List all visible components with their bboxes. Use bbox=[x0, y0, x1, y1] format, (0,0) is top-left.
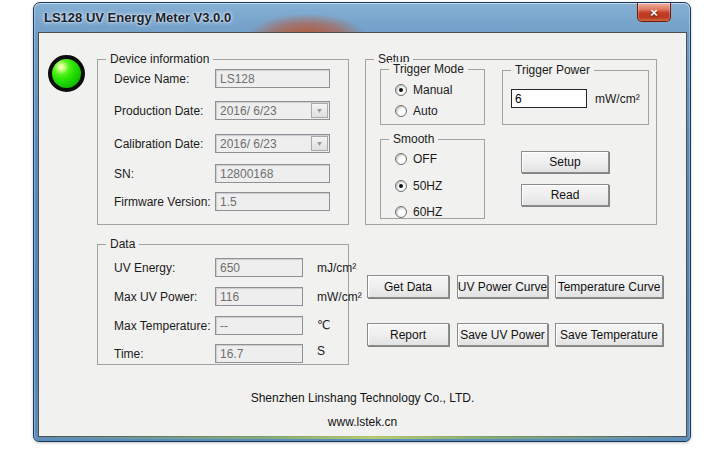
max-uv-power-unit: mW/cm² bbox=[317, 290, 362, 304]
device-name-label: Device Name: bbox=[114, 72, 189, 86]
time-field: 16.7 bbox=[215, 344, 303, 363]
calibration-date-label: Calibration Date: bbox=[114, 137, 203, 151]
radio-circle bbox=[395, 206, 407, 218]
radio-circle bbox=[395, 105, 407, 117]
production-date-label: Production Date: bbox=[114, 104, 203, 118]
uv-energy-unit: mJ/cm² bbox=[317, 261, 356, 275]
close-button[interactable]: × bbox=[637, 3, 671, 22]
radio-circle bbox=[395, 180, 407, 192]
device-name-field: LS128 bbox=[215, 69, 330, 88]
save-uv-power-button[interactable]: Save UV Power bbox=[457, 323, 548, 346]
smooth-group-title: Smooth bbox=[389, 132, 438, 146]
company-name: Shenzhen Linshang Technology Co., LTD. bbox=[39, 391, 686, 405]
window-title: LS128 UV Energy Meter V3.0.0 bbox=[44, 3, 231, 32]
max-uv-power-field: 116 bbox=[215, 287, 303, 306]
production-date-combo: 2016/ 6/23 ▼ bbox=[215, 101, 330, 120]
uv-power-curve-button[interactable]: UV Power Curve bbox=[457, 275, 548, 298]
desktop-background: LS128 UV Energy Meter V3.0.0 × Device in… bbox=[0, 0, 726, 450]
read-button[interactable]: Read bbox=[521, 184, 609, 206]
radio-trigger-manual[interactable]: Manual bbox=[395, 83, 452, 97]
sn-label: SN: bbox=[114, 167, 134, 181]
radio-circle bbox=[395, 153, 407, 165]
max-temperature-unit: ℃ bbox=[317, 318, 330, 332]
window-bottom-glass bbox=[39, 436, 685, 439]
radio-circle bbox=[395, 84, 407, 96]
close-icon: × bbox=[650, 6, 658, 19]
temperature-curve-button[interactable]: Temperature Curve bbox=[555, 275, 663, 298]
trigger-power-input[interactable] bbox=[511, 89, 587, 108]
calibration-date-combo: 2016/ 6/23 ▼ bbox=[215, 134, 330, 153]
radio-smooth-50hz[interactable]: 50HZ bbox=[395, 179, 442, 193]
firmware-version-label: Firmware Version: bbox=[114, 195, 211, 209]
app-window: LS128 UV Energy Meter V3.0.0 × Device in… bbox=[33, 2, 691, 442]
trigger-power-group-title: Trigger Power bbox=[511, 63, 594, 77]
max-uv-power-label: Max UV Power: bbox=[114, 290, 197, 304]
dropdown-button: ▼ bbox=[311, 103, 328, 118]
trigger-mode-group-title: Trigger Mode bbox=[389, 62, 468, 76]
max-temperature-field: -- bbox=[215, 316, 303, 335]
radio-trigger-auto[interactable]: Auto bbox=[395, 104, 438, 118]
radio-smooth-off[interactable]: OFF bbox=[395, 152, 437, 166]
save-temperature-button[interactable]: Save Temperature bbox=[555, 323, 663, 346]
status-led bbox=[48, 55, 85, 92]
time-label: Time: bbox=[114, 347, 144, 361]
device-info-group-title: Device information bbox=[106, 52, 213, 66]
chevron-down-icon: ▼ bbox=[316, 140, 324, 148]
titlebar-glass-reflection bbox=[251, 15, 363, 32]
get-data-button[interactable]: Get Data bbox=[367, 275, 449, 298]
dropdown-button: ▼ bbox=[311, 136, 328, 151]
firmware-version-field: 1.5 bbox=[215, 192, 330, 211]
chevron-down-icon: ▼ bbox=[316, 107, 324, 115]
report-button[interactable]: Report bbox=[367, 323, 449, 346]
uv-energy-label: UV Energy: bbox=[114, 261, 175, 275]
title-bar[interactable]: LS128 UV Energy Meter V3.0.0 bbox=[34, 3, 690, 32]
uv-energy-field: 650 bbox=[215, 258, 303, 277]
setup-button[interactable]: Setup bbox=[521, 151, 609, 173]
sn-field: 12800168 bbox=[215, 164, 330, 183]
radio-smooth-60hz[interactable]: 60HZ bbox=[395, 205, 442, 219]
max-temperature-label: Max Temperature: bbox=[114, 319, 211, 333]
client-area: Device information Device Name: LS128 Pr… bbox=[38, 32, 687, 437]
trigger-power-unit: mW/cm² bbox=[595, 92, 640, 106]
time-unit: S bbox=[317, 344, 325, 358]
data-group-title: Data bbox=[106, 237, 139, 251]
company-website: www.lstek.cn bbox=[39, 415, 686, 429]
